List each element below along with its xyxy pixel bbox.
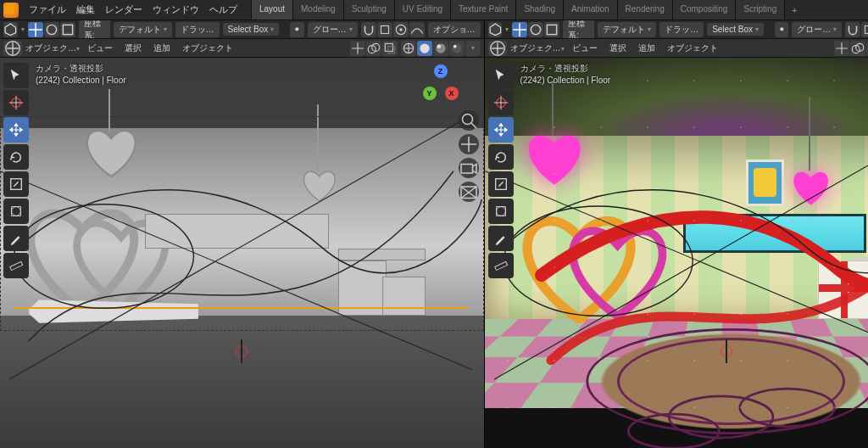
workspace-add-button[interactable]: + xyxy=(785,0,804,20)
options-dropdown[interactable]: オプショ… xyxy=(428,22,481,37)
transform-space-dropdown[interactable]: グロー…▾ xyxy=(792,22,842,37)
menu-select[interactable]: 選択 xyxy=(120,41,146,56)
orientation-dropdown[interactable]: デフォルト▾ xyxy=(114,22,172,37)
nav-gizmo[interactable]: Z Y X xyxy=(421,64,460,104)
show-overlays-icon[interactable] xyxy=(366,41,381,56)
tool-cursor[interactable] xyxy=(3,90,29,115)
menu-edit[interactable]: 編集 xyxy=(71,1,100,19)
workspace-layout[interactable]: Layout xyxy=(252,0,293,20)
pan-icon[interactable] xyxy=(459,134,479,154)
pivot-icon[interactable] xyxy=(775,22,789,37)
drag-dropdown[interactable]: ドラッ… xyxy=(659,22,704,37)
tool-rotate[interactable] xyxy=(3,144,29,170)
gizmo-rotate-icon[interactable] xyxy=(528,22,543,37)
nav-buttons xyxy=(459,110,479,202)
snap-target-icon[interactable] xyxy=(377,22,392,37)
workspace-modeling[interactable]: Modeling xyxy=(293,0,344,20)
axis-z-icon[interactable]: Z xyxy=(434,64,448,78)
menu-view[interactable]: ビュー xyxy=(83,41,117,56)
shading-rendered-icon[interactable] xyxy=(449,41,465,56)
workspace-uv[interactable]: UV Editing xyxy=(395,0,451,20)
gizmo-scale-icon[interactable] xyxy=(60,22,75,37)
workspace-scripting[interactable]: Scripting xyxy=(736,0,785,20)
tool-measure[interactable] xyxy=(488,253,514,278)
shading-options-caret-icon[interactable]: ▾ xyxy=(465,41,481,56)
menu-object[interactable]: オブジェクト xyxy=(663,41,722,56)
interaction-mode-icon[interactable] xyxy=(488,22,503,37)
menu-view[interactable]: ビュー xyxy=(568,41,602,56)
svg-rect-24 xyxy=(461,165,473,174)
select-mode-dropdown[interactable]: Select Box▾ xyxy=(223,23,280,36)
proportional-edit-icon[interactable] xyxy=(393,22,409,37)
workspace-compositing[interactable]: Compositing xyxy=(673,0,737,20)
tool-settings-bar: ▾ 座標系: デフォルト▾ ドラッ… Select Box▾ グロー…▾ オプシ… xyxy=(485,20,868,39)
shading-wire-icon[interactable] xyxy=(401,41,416,56)
interaction-mode-icon[interactable] xyxy=(3,22,18,37)
svg-rect-3 xyxy=(381,25,388,33)
editor-type-icon[interactable] xyxy=(488,41,507,56)
tool-scale[interactable] xyxy=(488,171,514,197)
gizmo-scale-icon[interactable] xyxy=(544,22,559,37)
tool-select-box[interactable] xyxy=(3,63,29,88)
drag-dropdown[interactable]: ドラッ… xyxy=(175,22,220,37)
tool-select-box[interactable] xyxy=(488,63,514,88)
select-mode-dropdown[interactable]: Select Box▾ xyxy=(707,23,764,36)
object-mode-dropdown[interactable]: オブジェク…▾ xyxy=(25,42,80,54)
show-overlays-icon[interactable] xyxy=(850,41,865,56)
workspace-sculpting[interactable]: Sculpting xyxy=(344,0,395,20)
object-mode-dropdown[interactable]: オブジェク…▾ xyxy=(510,42,565,54)
tool-move[interactable] xyxy=(488,117,514,143)
tool-scale[interactable] xyxy=(3,171,29,197)
orientation-dropdown[interactable]: デフォルト▾ xyxy=(598,22,656,37)
menu-help[interactable]: ヘルプ xyxy=(204,1,242,19)
menu-window[interactable]: ウィンドウ xyxy=(147,1,204,19)
menu-file[interactable]: ファイル xyxy=(24,1,71,19)
show-gizmo-icon[interactable] xyxy=(350,41,365,56)
menu-add[interactable]: 追加 xyxy=(149,41,175,56)
viewport-canvas-rendered[interactable]: カメラ・透視投影 (2242) Collection | Floor Z Y X xyxy=(485,58,868,448)
transform-space-dropdown[interactable]: グロー…▾ xyxy=(308,22,358,37)
orientation-label: 座標系: xyxy=(79,20,110,39)
xray-icon[interactable] xyxy=(382,41,398,56)
shading-matprev-icon[interactable] xyxy=(433,41,448,56)
tool-measure[interactable] xyxy=(3,253,29,278)
menu-add[interactable]: 追加 xyxy=(634,41,659,56)
snap-target-icon[interactable] xyxy=(861,22,868,37)
gizmo-rotate-icon[interactable] xyxy=(44,22,59,37)
camera-view-icon[interactable] xyxy=(459,158,479,178)
workspace-animation[interactable]: Animation xyxy=(564,0,617,20)
zoom-icon[interactable] xyxy=(459,110,479,131)
tool-annotate[interactable] xyxy=(488,226,514,251)
tool-annotate[interactable] xyxy=(3,226,29,251)
snap-toggle-icon[interactable] xyxy=(361,22,376,37)
tool-move[interactable] xyxy=(3,117,29,143)
tool-rotate[interactable] xyxy=(488,144,514,170)
tool-transform[interactable] xyxy=(488,199,514,224)
show-gizmo-icon[interactable] xyxy=(834,41,849,56)
snap-toggle-icon[interactable] xyxy=(845,22,860,37)
workspace-shading[interactable]: Shading xyxy=(516,0,564,20)
workspace-tabs: Layout Modeling Sculpting UV Editing Tex… xyxy=(251,0,804,20)
gizmo-move-icon[interactable] xyxy=(28,22,43,37)
viewport-canvas-solid[interactable]: カメラ・透視投影 (2242) Collection | Floor Z Y X xyxy=(0,58,484,448)
shading-solid-icon[interactable] xyxy=(417,41,432,56)
snap-cluster xyxy=(361,22,425,37)
menu-render[interactable]: レンダー xyxy=(100,1,147,19)
editor-header: オブジェク…▾ ビュー 選択 追加 オブジェクト ▾ xyxy=(485,39,868,58)
svg-point-15 xyxy=(452,43,461,53)
tool-transform[interactable] xyxy=(3,199,29,224)
editor-type-icon[interactable] xyxy=(3,41,22,56)
axis-y-icon[interactable]: Y xyxy=(423,87,437,100)
svg-point-50 xyxy=(496,207,505,216)
axis-x-icon[interactable]: X xyxy=(445,87,459,100)
perspective-toggle-icon[interactable] xyxy=(459,182,479,202)
workspace-texpaint[interactable]: Texture Paint xyxy=(451,0,516,20)
menu-object[interactable]: オブジェクト xyxy=(178,41,237,56)
tool-cursor[interactable] xyxy=(488,90,514,115)
svg-point-28 xyxy=(780,27,783,31)
proportional-falloff-icon[interactable] xyxy=(409,22,425,37)
pivot-icon[interactable] xyxy=(290,22,304,37)
workspace-rendering[interactable]: Rendering xyxy=(618,0,673,20)
menu-select[interactable]: 選択 xyxy=(605,41,631,56)
gizmo-move-icon[interactable] xyxy=(512,22,527,37)
